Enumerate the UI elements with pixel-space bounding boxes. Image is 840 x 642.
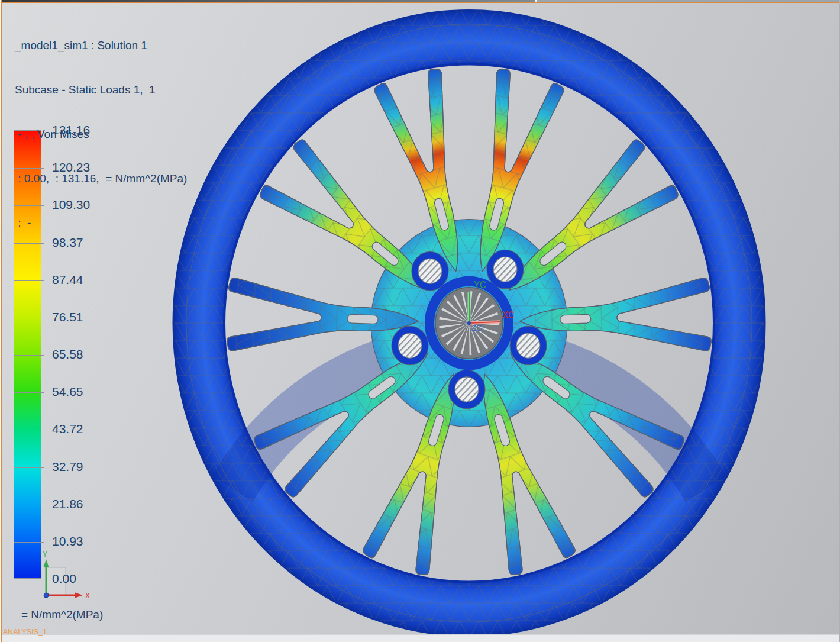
legend-value: 43.72 — [52, 422, 83, 436]
status-strip — [0, 634, 840, 642]
legend-value: 54.65 — [52, 385, 83, 399]
triad-y-label: Y — [43, 550, 47, 559]
legend-separator — [14, 280, 44, 281]
legend-separator — [14, 355, 44, 356]
legend-value: 76.51 — [52, 310, 83, 324]
legend-value: 87.44 — [52, 273, 83, 287]
legend-separator — [14, 318, 44, 318]
layout-state-label: ANALYSIS_1 — [3, 628, 47, 636]
active-view-border-left — [1, 0, 2, 642]
legend-value: 10.93 — [52, 534, 83, 549]
hub: YC XC ZC — [429, 279, 515, 364]
triad-x-label: X — [85, 592, 90, 600]
legend-separator — [14, 467, 44, 468]
wcs-xc-label: XC — [502, 309, 515, 320]
wcs-zc-label: ZC — [471, 323, 482, 332]
legend-unit-label: = N/mm^2(MPa) — [21, 608, 103, 621]
legend-separator — [14, 392, 44, 393]
legend-value: 0.00 — [52, 572, 76, 586]
wcs-yc-label: YC — [474, 279, 486, 289]
triad-x-arrowhead — [75, 593, 83, 598]
legend-separator — [14, 505, 44, 505]
triad-y-arrowhead — [44, 559, 49, 567]
header-line-quantity: - , , Von Mises — [15, 127, 187, 141]
header-line-range: : 0.00, : 131.16, = N/mm^2(MPa) — [15, 171, 187, 186]
result-header: _model1_sim1 : Solution 1 Subcase - Stat… — [15, 8, 187, 245]
header-line-extra: : - — [15, 215, 187, 230]
legend-separator — [14, 542, 44, 543]
header-line-solution: _model1_sim1 : Solution 1 — [15, 38, 187, 53]
header-line-subcase: Subcase - Static Loads 1, 1 — [15, 82, 187, 97]
triad-origin-dot — [44, 593, 49, 598]
legend-value: 32.79 — [52, 460, 83, 474]
legend-separator — [14, 430, 44, 430]
pane-divider-tick — [535, 0, 537, 2]
active-view-border-top — [0, 2, 840, 3]
legend-value: 21.86 — [52, 497, 83, 511]
legend-value: 65.58 — [52, 347, 83, 362]
